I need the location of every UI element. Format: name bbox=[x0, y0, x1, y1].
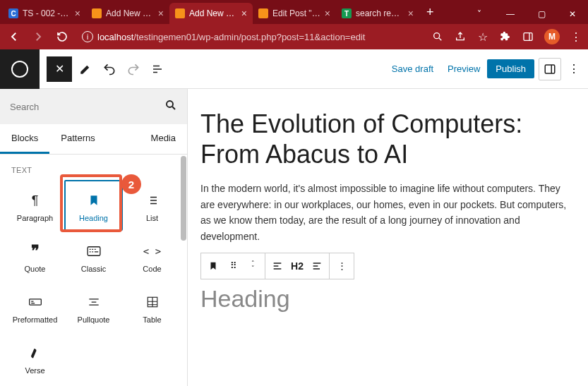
svg-rect-6 bbox=[29, 299, 41, 305]
chevron-down-icon[interactable]: ˅ bbox=[464, 4, 495, 24]
save-draft-button[interactable]: Save draft bbox=[385, 64, 440, 74]
block-label: Heading bbox=[79, 214, 108, 222]
tab-media[interactable]: Media bbox=[140, 124, 187, 154]
tab-patterns[interactable]: Patterns bbox=[49, 124, 106, 154]
tab-blocks[interactable]: Blocks bbox=[0, 124, 49, 154]
paragraph-icon: ¶ bbox=[32, 191, 39, 210]
text-align-icon[interactable] bbox=[311, 260, 323, 272]
wordpress-logo-icon[interactable] bbox=[0, 49, 40, 89]
tab-label: TS - 002 - Ca bbox=[23, 8, 71, 18]
search-input[interactable] bbox=[10, 102, 130, 112]
sidepanel-icon[interactable] bbox=[522, 30, 534, 43]
undo-button[interactable] bbox=[99, 59, 120, 80]
annotation-badge: 2 bbox=[121, 174, 141, 194]
url-host: localhost bbox=[97, 32, 133, 42]
svg-rect-1 bbox=[524, 33, 532, 41]
url-field[interactable]: i localhost/testingemen01/wp-admin/post.… bbox=[78, 31, 424, 42]
redo-button[interactable] bbox=[123, 59, 144, 80]
browser-tabs: C TS - 002 - Ca × Add New Pos × Add New … bbox=[0, 0, 464, 24]
browser-tab[interactable]: T search result × bbox=[336, 3, 419, 24]
block-label: List bbox=[146, 214, 158, 222]
new-tab-button[interactable]: + bbox=[419, 5, 441, 20]
more-options-icon[interactable]: ⋮ bbox=[335, 260, 348, 271]
zoom-icon[interactable] bbox=[431, 30, 444, 43]
favicon-icon bbox=[258, 8, 268, 18]
block-label: Verse bbox=[25, 366, 44, 375]
drag-handle-icon[interactable]: ⠿ bbox=[227, 260, 239, 271]
block-paragraph[interactable]: ¶ Paragraph bbox=[6, 180, 64, 231]
address-bar: i localhost/testingemen01/wp-admin/post.… bbox=[0, 24, 588, 49]
browser-tab[interactable]: C TS - 002 - Ca × bbox=[3, 3, 86, 24]
reload-button[interactable] bbox=[54, 28, 71, 45]
tab-label: Edit Post "The bbox=[272, 8, 320, 18]
share-icon[interactable] bbox=[454, 30, 467, 43]
profile-avatar[interactable]: M bbox=[544, 29, 560, 44]
edit-tool-icon[interactable] bbox=[75, 59, 96, 80]
post-paragraph[interactable]: In the modern world, it's almost impossi… bbox=[200, 181, 575, 244]
block-toolbar: ⠿ ˄˅ H2 ⋮ bbox=[200, 253, 354, 279]
svg-point-0 bbox=[434, 33, 440, 39]
tab-label: search result bbox=[356, 8, 404, 18]
close-icon[interactable]: × bbox=[241, 8, 247, 19]
block-heading[interactable]: Heading bbox=[64, 180, 123, 231]
table-icon bbox=[146, 293, 159, 311]
close-icon[interactable]: × bbox=[75, 8, 80, 19]
editor-canvas[interactable]: The Evolution of Computers: From Abacus … bbox=[188, 89, 588, 386]
browser-titlebar: C TS - 002 - Ca × Add New Pos × Add New … bbox=[0, 0, 588, 24]
forward-button[interactable] bbox=[30, 28, 47, 45]
close-icon: ✕ bbox=[55, 62, 64, 76]
pullquote-icon bbox=[87, 293, 101, 311]
browser-tab[interactable]: Add New Pos × bbox=[86, 3, 169, 24]
settings-sidebar-button[interactable] bbox=[539, 58, 561, 80]
close-icon[interactable]: × bbox=[158, 8, 164, 19]
browser-tab-active[interactable]: Add New Pos × bbox=[169, 3, 253, 24]
block-classic[interactable]: Classic bbox=[64, 231, 123, 282]
close-inserter-button[interactable]: ✕ bbox=[47, 56, 72, 82]
heading-block-placeholder[interactable]: Heading bbox=[200, 285, 575, 313]
list-icon bbox=[146, 191, 159, 210]
tab-label: Add New Pos bbox=[189, 8, 237, 18]
close-window-button[interactable]: ✕ bbox=[557, 4, 588, 24]
publish-button[interactable]: Publish bbox=[487, 59, 534, 78]
svg-rect-5 bbox=[88, 247, 100, 255]
close-icon[interactable]: × bbox=[408, 8, 414, 19]
block-quote[interactable]: ❞ Quote bbox=[6, 231, 64, 282]
kebab-icon[interactable]: ⋮ bbox=[570, 30, 582, 43]
inserter-tabs: Blocks Patterns Media bbox=[0, 124, 187, 155]
inserter-content: TEXT ¶ Paragraph Heading bbox=[0, 155, 187, 386]
block-preformatted[interactable]: Preformatted bbox=[6, 282, 64, 332]
maximize-button[interactable]: ▢ bbox=[526, 4, 557, 24]
block-type-icon[interactable] bbox=[207, 261, 220, 271]
back-button[interactable] bbox=[6, 28, 23, 45]
block-label: Quote bbox=[25, 265, 46, 273]
url-path: /testingemen01/wp-admin/post.php?post=11… bbox=[133, 32, 365, 42]
preview-button[interactable]: Preview bbox=[440, 64, 487, 74]
svg-rect-3 bbox=[545, 65, 555, 73]
svg-point-2 bbox=[12, 61, 28, 76]
close-icon[interactable]: × bbox=[325, 8, 330, 19]
minimize-button[interactable]: — bbox=[495, 4, 526, 24]
quote-icon: ❞ bbox=[31, 242, 40, 260]
bookmark-icon[interactable]: ☆ bbox=[476, 30, 489, 43]
block-code[interactable]: < > Code bbox=[123, 231, 181, 282]
block-inserter-sidebar: Blocks Patterns Media TEXT ¶ Paragraph H… bbox=[0, 89, 188, 386]
post-title[interactable]: The Evolution of Computers: From Abacus … bbox=[200, 109, 575, 169]
classic-icon bbox=[86, 242, 102, 260]
block-table[interactable]: Table bbox=[123, 282, 181, 332]
search-icon[interactable] bbox=[164, 99, 177, 114]
block-verse[interactable]: Verse bbox=[6, 332, 64, 383]
site-info-icon[interactable]: i bbox=[82, 31, 93, 42]
favicon-icon bbox=[175, 8, 185, 18]
options-kebab-icon[interactable]: ⋮ bbox=[565, 62, 582, 76]
align-icon[interactable] bbox=[271, 260, 284, 272]
move-arrows-icon[interactable]: ˄˅ bbox=[246, 261, 259, 271]
extensions-icon[interactable] bbox=[499, 30, 512, 43]
block-pullquote[interactable]: Pullquote bbox=[64, 282, 123, 332]
section-label: TEXT bbox=[0, 163, 187, 180]
browser-tab[interactable]: Edit Post "The × bbox=[253, 3, 336, 24]
block-label: Table bbox=[143, 315, 161, 324]
heading-level-button[interactable]: H2 bbox=[291, 260, 304, 272]
favicon-icon: T bbox=[342, 8, 352, 18]
sidebar-scrollbar[interactable] bbox=[180, 155, 187, 386]
document-overview-icon[interactable] bbox=[147, 59, 168, 80]
